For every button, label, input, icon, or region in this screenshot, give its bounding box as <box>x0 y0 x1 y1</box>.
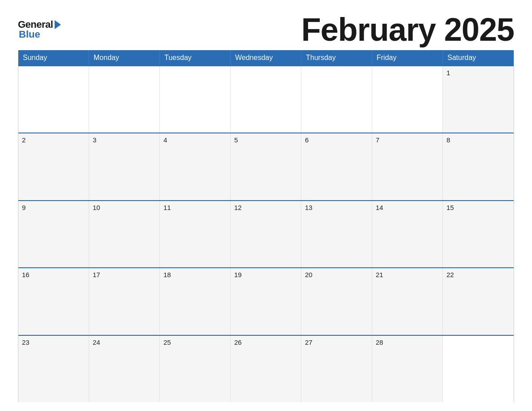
day-cell: 18 <box>160 268 231 334</box>
day-number: 15 <box>446 204 454 211</box>
day-cell: 22 <box>443 268 514 334</box>
day-cell <box>89 66 160 133</box>
day-number: 1 <box>446 69 450 77</box>
day-cell: 13 <box>301 201 372 267</box>
day-number: 14 <box>376 204 383 211</box>
day-number: 26 <box>234 338 242 346</box>
day-number: 27 <box>305 338 313 346</box>
day-cell: 28 <box>372 336 443 402</box>
day-number: 8 <box>446 136 450 144</box>
day-cell <box>443 336 514 402</box>
day-header-wednesday: Wednesday <box>231 50 301 65</box>
day-header-sunday: Sunday <box>18 50 89 65</box>
day-number: 16 <box>22 271 30 278</box>
weeks-container: 1234567891011121314151617181920212223242… <box>18 65 514 402</box>
day-cell <box>231 66 301 133</box>
day-cell: 17 <box>89 268 160 334</box>
day-cell: 2 <box>18 133 89 200</box>
day-cell: 15 <box>443 201 514 267</box>
day-cell <box>301 66 372 133</box>
day-header-tuesday: Tuesday <box>160 50 231 65</box>
day-cell: 7 <box>372 133 443 200</box>
day-number: 6 <box>305 136 309 144</box>
day-number: 22 <box>446 271 454 278</box>
month-title: February 2025 <box>301 13 514 46</box>
day-cell: 25 <box>160 336 231 402</box>
day-number: 20 <box>305 271 313 278</box>
day-header-friday: Friday <box>372 50 443 65</box>
week-row-1: 2345678 <box>18 133 514 200</box>
day-cell: 4 <box>160 133 231 200</box>
week-row-3: 16171819202122 <box>18 267 514 334</box>
day-header-monday: Monday <box>89 50 160 65</box>
day-number: 23 <box>22 338 30 346</box>
logo-triangle-icon <box>55 20 61 29</box>
day-number: 28 <box>376 338 383 346</box>
calendar: SundayMondayTuesdayWednesdayThursdayFrid… <box>18 50 514 402</box>
day-number: 18 <box>163 271 171 278</box>
day-cell: 8 <box>443 133 514 200</box>
day-cell: 10 <box>89 201 160 267</box>
day-cell: 9 <box>18 201 89 267</box>
logo: General Blue <box>18 20 61 39</box>
day-number: 5 <box>234 136 238 144</box>
day-headers-row: SundayMondayTuesdayWednesdayThursdayFrid… <box>18 50 514 65</box>
day-cell: 26 <box>231 336 301 402</box>
day-number: 25 <box>163 338 171 346</box>
day-cell: 21 <box>372 268 443 334</box>
day-number: 11 <box>163 204 171 211</box>
day-number: 13 <box>305 204 313 211</box>
day-number: 21 <box>376 271 383 278</box>
day-header-saturday: Saturday <box>443 50 514 65</box>
logo-general-text: General <box>18 20 53 30</box>
day-cell: 12 <box>231 201 301 267</box>
day-cell <box>18 66 89 133</box>
day-number: 2 <box>22 136 26 144</box>
day-number: 9 <box>22 204 26 211</box>
week-row-4: 232425262728 <box>18 335 514 402</box>
week-row-0: 1 <box>18 65 514 133</box>
day-cell: 3 <box>89 133 160 200</box>
day-cell: 24 <box>89 336 160 402</box>
day-cell: 19 <box>231 268 301 334</box>
day-cell: 27 <box>301 336 372 402</box>
week-row-2: 9101112131415 <box>18 200 514 267</box>
page: General Blue February 2025 SundayMondayT… <box>0 0 532 411</box>
day-cell: 6 <box>301 133 372 200</box>
day-number: 19 <box>234 271 242 278</box>
day-number: 17 <box>93 271 100 278</box>
day-cell <box>160 66 231 133</box>
day-cell: 20 <box>301 268 372 334</box>
day-cell: 14 <box>372 201 443 267</box>
day-number: 10 <box>93 204 100 211</box>
logo-blue-text: Blue <box>19 30 61 39</box>
day-cell: 23 <box>18 336 89 402</box>
header: General Blue February 2025 <box>18 13 514 46</box>
day-number: 7 <box>376 136 379 144</box>
day-number: 3 <box>93 136 96 144</box>
day-number: 4 <box>163 136 167 144</box>
day-number: 24 <box>93 338 100 346</box>
day-cell: 16 <box>18 268 89 334</box>
day-cell: 11 <box>160 201 231 267</box>
day-cell: 1 <box>443 66 514 133</box>
day-number: 12 <box>234 204 242 211</box>
day-header-thursday: Thursday <box>301 50 372 65</box>
day-cell: 5 <box>231 133 301 200</box>
day-cell <box>372 66 443 133</box>
